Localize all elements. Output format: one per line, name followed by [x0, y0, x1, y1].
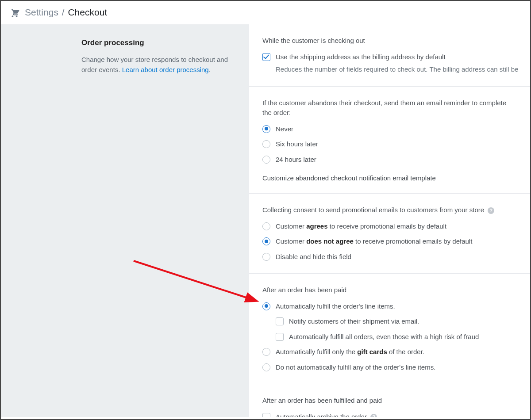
option-label: Use the shipping address as the billing … — [276, 52, 518, 62]
option-use-shipping-address: Use the shipping address as the billing … — [262, 52, 530, 75]
option-label: Do not automatically fulfill any of the … — [276, 363, 435, 373]
help-icon[interactable]: ? — [370, 414, 377, 417]
app-frame: Settings / Checkout Order processing Cha… — [0, 0, 531, 420]
option-label: Automatically archive the order ? — [276, 412, 377, 417]
checkbox-auto-archive[interactable] — [262, 413, 270, 417]
learn-about-link[interactable]: Learn about order processing — [122, 66, 209, 73]
radio-gift-cards-only[interactable] — [262, 348, 270, 356]
help-icon[interactable]: ? — [488, 207, 494, 214]
sidebar: Order processing Change how your store r… — [1, 24, 249, 417]
section-heading: While the customer is checking out — [262, 36, 530, 46]
option-never: Never — [262, 124, 530, 134]
section-heading: After an order has been fulfilled and pa… — [262, 396, 530, 406]
radio-auto-fulfill[interactable] — [262, 302, 270, 310]
radio-do-not-fulfill[interactable] — [262, 363, 270, 371]
option-label: Disable and hide this field — [276, 252, 351, 262]
option-consent-disagree: Customer does not agree to receive promo… — [262, 237, 530, 247]
option-notify-shipment: Notify customers of their shipment via e… — [276, 317, 530, 327]
option-gift-cards-only: Automatically fulfill only the gift card… — [262, 347, 530, 357]
section-heading: If the customer abandons their checkout,… — [262, 98, 515, 118]
sidebar-description: Change how your store responds to checko… — [81, 54, 233, 75]
radio-consent-disagree[interactable] — [262, 237, 270, 245]
option-auto-fulfill: Automatically fulfill the order's line i… — [262, 302, 530, 312]
option-label: Automatically fulfill all orders, even t… — [289, 332, 479, 342]
option-label: Six hours later — [276, 139, 318, 149]
option-consent-agree: Customer agrees to receive promotional e… — [262, 221, 530, 232]
option-description: Reduces the number of fields required to… — [276, 65, 518, 75]
option-do-not-fulfill: Do not automatically fulfill any of the … — [262, 363, 530, 373]
radio-six-hours[interactable] — [262, 140, 270, 148]
customize-email-link[interactable]: Customize abandoned checkout notificatio… — [262, 174, 436, 182]
option-auto-archive: Automatically archive the order ? — [262, 412, 530, 417]
breadcrumb: Settings / Checkout — [25, 7, 107, 18]
cart-icon — [10, 8, 19, 17]
radio-24-hours[interactable] — [262, 156, 270, 164]
section-consent: Collecting consent to send promotional e… — [249, 194, 530, 274]
option-label: Automatically fulfill the order's line i… — [276, 302, 395, 312]
checkbox-notify-shipment[interactable] — [276, 317, 284, 325]
radio-never[interactable] — [262, 125, 270, 133]
page-header: Settings / Checkout — [1, 1, 530, 24]
main-panel: While the customer is checking out Use t… — [249, 24, 530, 417]
section-after-fulfilled: After an order has been fulfilled and pa… — [249, 384, 530, 417]
section-heading: Collecting consent to send promotional e… — [262, 205, 530, 215]
option-fulfill-high-risk: Automatically fulfill all orders, even t… — [276, 332, 530, 342]
option-label: Automatically fulfill only the gift card… — [276, 347, 424, 357]
option-label: Customer does not agree to receive promo… — [276, 237, 472, 247]
breadcrumb-current: Checkout — [68, 7, 107, 17]
section-while-checkout: While the customer is checking out Use t… — [249, 24, 530, 87]
checkbox-fulfill-high-risk[interactable] — [276, 333, 284, 341]
sidebar-title: Order processing — [81, 38, 233, 47]
breadcrumb-parent[interactable]: Settings — [25, 7, 58, 17]
page-body: Order processing Change how your store r… — [1, 24, 530, 417]
radio-consent-disable[interactable] — [262, 253, 270, 261]
section-after-paid: After an order has been paid Automatical… — [249, 274, 530, 384]
breadcrumb-separator: / — [62, 7, 65, 17]
option-six-hours: Six hours later — [262, 139, 530, 149]
section-heading: After an order has been paid — [262, 285, 530, 295]
radio-consent-agree[interactable] — [262, 222, 270, 230]
option-consent-disable: Disable and hide this field — [262, 252, 530, 262]
checkbox-use-shipping-address[interactable] — [262, 53, 270, 61]
option-label: Customer agrees to receive promotional e… — [276, 221, 446, 232]
option-24-hours: 24 hours later — [262, 155, 530, 165]
option-label: Never — [276, 124, 293, 134]
option-label: 24 hours later — [276, 155, 316, 165]
option-label: Notify customers of their shipment via e… — [289, 317, 419, 327]
section-abandoned-checkout: If the customer abandons their checkout,… — [249, 87, 530, 194]
